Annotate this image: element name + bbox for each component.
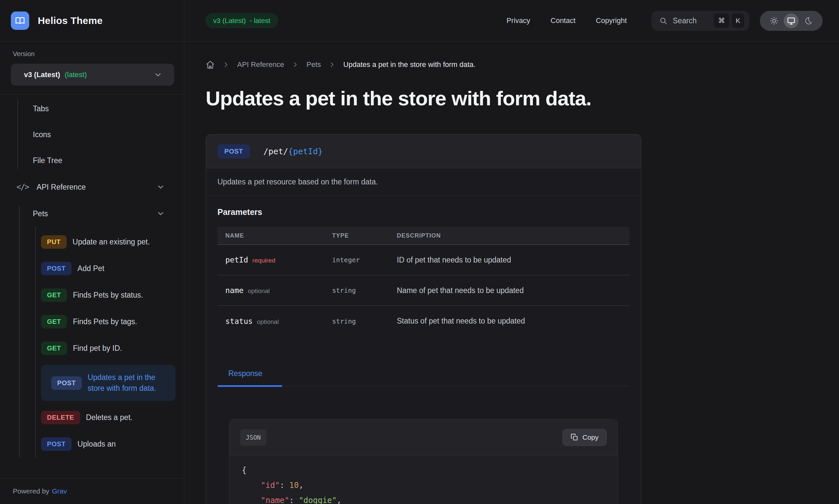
breadcrumb: API ReferencePetsUpdates a pet in the st… xyxy=(206,60,839,69)
version-value: v3 (Latest) xyxy=(24,71,60,79)
breadcrumb-item[interactable]: API Reference xyxy=(237,60,284,69)
home-icon[interactable] xyxy=(206,60,215,69)
nav-link-copyright[interactable]: Copyright xyxy=(596,16,627,25)
sidebar-item-icons[interactable]: Icons xyxy=(0,122,184,148)
kbd-k: K xyxy=(732,14,744,28)
endpoint-label: Add Pet xyxy=(78,263,104,274)
endpoint-label: Deletes a pet. xyxy=(86,412,133,423)
cell-description: Name of pet that needs to be updated xyxy=(389,286,629,295)
method-badge: DELETE xyxy=(41,411,80,424)
search-placeholder: Search xyxy=(673,16,697,25)
sidebar-top-group: TabsIconsFile Tree xyxy=(0,96,184,174)
endpoint-item[interactable]: POSTUpdates a pet in the store with form… xyxy=(41,365,175,401)
endpoint-label: Update an existing pet. xyxy=(73,237,150,247)
endpoint-item[interactable]: POSTUploads an xyxy=(41,431,175,457)
path-param: {petId} xyxy=(288,147,323,156)
chevron-right-icon xyxy=(329,61,336,68)
main-area: v3 (Latest) - latest PrivacyContactCopyr… xyxy=(184,0,839,504)
response-tabs: Response xyxy=(218,356,629,386)
version-badge: v3 (Latest) - latest xyxy=(205,13,278,28)
sidebar-item-file-tree[interactable]: File Tree xyxy=(0,148,184,174)
nav-link-contact[interactable]: Contact xyxy=(551,16,576,25)
endpoint-item[interactable]: PUTUpdate an existing pet. xyxy=(41,229,175,255)
sidebar-item-pets[interactable]: Pets xyxy=(0,200,184,227)
parameters-section: Parameters NAME TYPE DESCRIPTION petIdre… xyxy=(206,196,641,504)
theme-light-button[interactable] xyxy=(767,14,782,28)
sun-icon xyxy=(770,16,778,25)
table-row: nameoptionalstringName of pet that needs… xyxy=(218,275,629,306)
powered-by-text: Powered by xyxy=(13,487,49,495)
copy-label: Copy xyxy=(582,433,599,441)
endpoint-label: Updates a pet in the store with form dat… xyxy=(88,372,169,394)
method-badge: GET xyxy=(41,288,67,302)
group-label: Pets xyxy=(33,209,48,218)
endpoint-header: POST /pet/{petId} xyxy=(206,134,641,168)
endpoint-item[interactable]: POSTAdd Pet xyxy=(41,255,175,282)
method-badge: POST xyxy=(218,144,250,159)
endpoint-item[interactable]: DELETEDeletes a pet. xyxy=(41,404,175,431)
monitor-icon xyxy=(787,16,795,25)
endpoint-item[interactable]: GETFind pet by ID. xyxy=(41,335,175,362)
tab-response[interactable]: Response xyxy=(228,369,262,378)
code-header: JSON Copy xyxy=(229,419,618,455)
method-badge: GET xyxy=(41,342,67,355)
page-title: Updates a pet in the store with form dat… xyxy=(206,87,839,110)
kbd-cmd: ⌘ xyxy=(714,14,729,28)
endpoint-list: PUTUpdate an existing pet.POSTAdd PetGET… xyxy=(0,227,184,457)
page-content: API ReferencePetsUpdates a pet in the st… xyxy=(184,42,839,504)
cell-name: nameoptional xyxy=(218,286,324,295)
version-label: Version xyxy=(13,50,174,58)
search-input[interactable]: Search ⌘ K xyxy=(651,11,749,31)
chevron-right-icon xyxy=(292,61,298,68)
version-select[interactable]: v3 (Latest) (latest) xyxy=(11,64,174,86)
cell-description: ID of pet that needs to be updated xyxy=(389,256,629,265)
method-badge: PUT xyxy=(41,235,67,249)
code-line: { xyxy=(242,463,605,478)
chevron-down-icon xyxy=(154,71,162,79)
parameters-table: NAME TYPE DESCRIPTION petIdrequiredinteg… xyxy=(218,227,629,336)
sidebar-nav: TabsIconsFile Tree </> API Reference Pet… xyxy=(0,94,184,478)
brand-logo[interactable] xyxy=(11,12,29,30)
param-name: status xyxy=(225,317,253,325)
book-icon xyxy=(15,16,25,25)
theme-toggle xyxy=(760,11,823,31)
code-content: { "id": 10, "name": "doggie", xyxy=(229,455,618,504)
endpoint-item[interactable]: GETFinds Pets by status. xyxy=(41,282,175,308)
theme-dark-button[interactable] xyxy=(801,14,816,28)
code-line: "name": "doggie", xyxy=(242,493,605,504)
table-row: statusoptionalstringStatus of pet that n… xyxy=(218,306,629,336)
cell-name: statusoptional xyxy=(218,317,324,325)
copy-button[interactable]: Copy xyxy=(562,429,607,446)
code-line: "id": 10, xyxy=(242,478,605,493)
active-tab-indicator xyxy=(218,385,282,387)
column-header-description: DESCRIPTION xyxy=(389,232,629,239)
code-block: JSON Copy { "id": 10, "name": "doggie", xyxy=(229,419,618,504)
copy-icon xyxy=(571,433,578,441)
param-requirement: required xyxy=(252,257,275,264)
parameters-title: Parameters xyxy=(218,208,629,217)
nav-link-privacy[interactable]: Privacy xyxy=(507,16,530,25)
theme-system-button[interactable] xyxy=(784,14,799,28)
search-icon xyxy=(659,17,668,25)
breadcrumb-item[interactable]: Pets xyxy=(307,60,321,69)
table-header-row: NAME TYPE DESCRIPTION xyxy=(218,227,629,245)
cell-type: integer xyxy=(324,256,389,264)
endpoint-label: Finds Pets by tags. xyxy=(73,316,137,327)
grav-link[interactable]: Grav xyxy=(52,487,67,495)
sidebar-footer: Powered by Grav xyxy=(0,478,184,504)
column-header-type: TYPE xyxy=(324,232,389,239)
sidebar-header: Helios Theme xyxy=(0,0,184,42)
sidebar-item-tabs[interactable]: Tabs xyxy=(0,96,184,122)
param-requirement: optional xyxy=(248,287,270,295)
method-badge: POST xyxy=(41,262,72,275)
pets-group: Pets PUTUpdate an existing pet.POSTAdd P… xyxy=(0,200,184,457)
breadcrumb-current: Updates a pet in the store with form dat… xyxy=(343,60,475,69)
endpoint-item[interactable]: GETFinds Pets by tags. xyxy=(41,308,175,335)
param-name: petId xyxy=(225,256,248,264)
endpoint-label: Find pet by ID. xyxy=(73,343,122,354)
sidebar-item-api-reference[interactable]: </> API Reference xyxy=(0,174,184,200)
version-tag: (latest) xyxy=(65,71,87,79)
app-window: Helios Theme Version v3 (Latest) (latest… xyxy=(0,0,839,504)
cell-type: string xyxy=(324,286,389,294)
code-language-chip: JSON xyxy=(240,429,267,446)
